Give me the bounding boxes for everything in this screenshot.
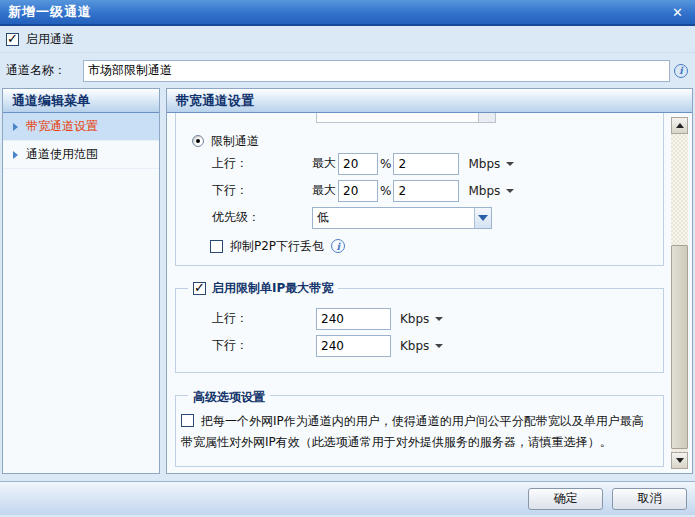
sidebar-title: 通道编辑菜单 bbox=[3, 89, 159, 113]
add-channel-dialog: 新增一级通道 ✕ 启用通道 通道名称： 通道编辑菜单 带宽通道设置 通道使用范围… bbox=[0, 0, 695, 517]
limit-channel-radio[interactable] bbox=[192, 135, 204, 147]
advanced-option-row: 把每一个外网IP作为通道内的用户，使得通道的用户间公平分配带宽以及单用户最高带宽… bbox=[181, 411, 655, 453]
title-bar: 新增一级通道 ✕ bbox=[0, 0, 695, 26]
downstream-percent-input[interactable] bbox=[338, 180, 378, 202]
advanced-option-text: 把每一个外网IP作为通道内的用户，使得通道的用户间公平分配带宽以及单用户最高带宽… bbox=[181, 414, 644, 449]
scroll-down-button[interactable] bbox=[671, 452, 688, 469]
enable-channel-label: 启用通道 bbox=[26, 31, 74, 48]
downstream-row: 下行： 最大 % Mbps bbox=[176, 177, 663, 204]
unit-label: Kbps bbox=[400, 312, 429, 326]
dropdown-arrow-icon bbox=[506, 162, 514, 166]
downstream-unit-dropdown[interactable]: Mbps bbox=[468, 184, 514, 198]
limit-channel-groupbox: 限制通道 上行： 最大 % Mbps 下行： bbox=[175, 113, 664, 266]
footer: 确定 取消 bbox=[0, 476, 695, 515]
clipped-dropdown-button[interactable] bbox=[479, 113, 496, 123]
enable-channel-checkbox[interactable] bbox=[6, 33, 19, 46]
info-icon[interactable] bbox=[674, 64, 688, 78]
max-label: 最大 bbox=[312, 182, 336, 199]
advanced-options-fieldset: 高级选项设置 把每一个外网IP作为通道内的用户，使得通道的用户间公平分配带宽以及… bbox=[175, 395, 664, 467]
scrollbar-track[interactable] bbox=[671, 134, 688, 452]
ok-button[interactable]: 确定 bbox=[528, 488, 603, 510]
arrow-down-icon bbox=[676, 458, 684, 463]
clipped-disabled-input[interactable] bbox=[316, 113, 479, 123]
limit-channel-radio-row: 限制通道 bbox=[176, 132, 663, 150]
limit-channel-radio-label: 限制通道 bbox=[211, 133, 259, 150]
priority-select[interactable]: 低 bbox=[312, 207, 492, 229]
ip-upstream-label: 上行： bbox=[212, 310, 316, 327]
content-body: 限制通道 上行： 最大 % Mbps 下行： bbox=[167, 113, 692, 473]
cancel-button[interactable]: 取消 bbox=[612, 488, 687, 510]
channel-name-label: 通道名称： bbox=[6, 62, 83, 79]
ip-downstream-label: 下行： bbox=[212, 337, 316, 354]
upstream-value-input[interactable] bbox=[393, 153, 459, 175]
sidebar-item-label: 通道使用范围 bbox=[26, 146, 98, 163]
p2p-label: 抑制P2P下行丢包 bbox=[230, 238, 324, 255]
enable-channel-row: 启用通道 bbox=[0, 26, 695, 53]
upstream-label: 上行： bbox=[212, 155, 312, 172]
p2p-row: 抑制P2P下行丢包 bbox=[176, 236, 663, 256]
sidebar-item-bandwidth-settings[interactable]: 带宽通道设置 bbox=[3, 113, 159, 141]
channel-name-row: 通道名称： bbox=[0, 53, 695, 88]
sidebar: 通道编辑菜单 带宽通道设置 通道使用范围 bbox=[2, 88, 160, 474]
priority-row: 优先级： 低 bbox=[176, 204, 663, 231]
ip-upstream-unit-dropdown[interactable]: Kbps bbox=[400, 312, 443, 326]
channel-name-input[interactable] bbox=[83, 60, 670, 82]
unit-label: Mbps bbox=[468, 184, 500, 198]
close-icon[interactable]: ✕ bbox=[672, 6, 683, 19]
info-icon[interactable] bbox=[331, 239, 345, 253]
chevron-down-icon bbox=[478, 215, 488, 221]
dialog-title: 新增一级通道 bbox=[8, 3, 92, 21]
clipped-scrolled-row bbox=[176, 113, 663, 124]
main-area: 通道编辑菜单 带宽通道设置 通道使用范围 带宽通道设置 bbox=[0, 88, 695, 476]
ip-limit-legend: 启用限制单IP最大带宽 bbox=[188, 280, 338, 297]
content-panel: 带宽通道设置 限制通道 bbox=[166, 88, 693, 474]
dropdown-arrow-icon bbox=[435, 344, 443, 348]
downstream-value-input[interactable] bbox=[393, 180, 459, 202]
combo-dropdown-button[interactable] bbox=[474, 208, 491, 228]
advanced-option-checkbox[interactable] bbox=[181, 414, 194, 427]
ip-downstream-input[interactable] bbox=[316, 335, 391, 357]
arrow-right-icon bbox=[13, 151, 18, 159]
ip-limit-legend-label: 启用限制单IP最大带宽 bbox=[212, 280, 333, 297]
p2p-checkbox[interactable] bbox=[210, 240, 223, 253]
ip-upstream-row: 上行： Kbps bbox=[176, 305, 663, 332]
dropdown-arrow-icon bbox=[435, 317, 443, 321]
scrollbar-thumb[interactable] bbox=[671, 245, 688, 449]
sidebar-item-channel-scope[interactable]: 通道使用范围 bbox=[3, 141, 159, 169]
sidebar-item-label: 带宽通道设置 bbox=[26, 118, 98, 135]
content-title: 带宽通道设置 bbox=[167, 89, 692, 113]
upstream-row: 上行： 最大 % Mbps bbox=[176, 150, 663, 177]
arrow-up-icon bbox=[676, 123, 684, 128]
ip-downstream-unit-dropdown[interactable]: Kbps bbox=[400, 339, 443, 353]
ip-downstream-row: 下行： Kbps bbox=[176, 332, 663, 359]
priority-label: 优先级： bbox=[212, 209, 312, 226]
unit-label: Mbps bbox=[468, 157, 500, 171]
priority-selected-value: 低 bbox=[313, 208, 474, 228]
downstream-label: 下行： bbox=[212, 182, 312, 199]
advanced-options-legend: 高级选项设置 bbox=[188, 387, 270, 408]
ip-limit-fieldset: 启用限制单IP最大带宽 上行： Kbps 下行： bbox=[175, 288, 664, 373]
max-label: 最大 bbox=[312, 155, 336, 172]
ip-upstream-input[interactable] bbox=[316, 308, 391, 330]
upstream-unit-dropdown[interactable]: Mbps bbox=[468, 157, 514, 171]
vertical-scrollbar[interactable] bbox=[671, 117, 688, 469]
footer-bar: 确定 取消 bbox=[0, 481, 695, 515]
ip-limit-checkbox[interactable] bbox=[193, 282, 206, 295]
percent-sign: % bbox=[380, 157, 391, 171]
upstream-percent-input[interactable] bbox=[338, 153, 378, 175]
dropdown-arrow-icon bbox=[506, 189, 514, 193]
percent-sign: % bbox=[380, 184, 391, 198]
unit-label: Kbps bbox=[400, 339, 429, 353]
arrow-right-icon bbox=[13, 123, 18, 131]
scroll-up-button[interactable] bbox=[671, 117, 688, 134]
